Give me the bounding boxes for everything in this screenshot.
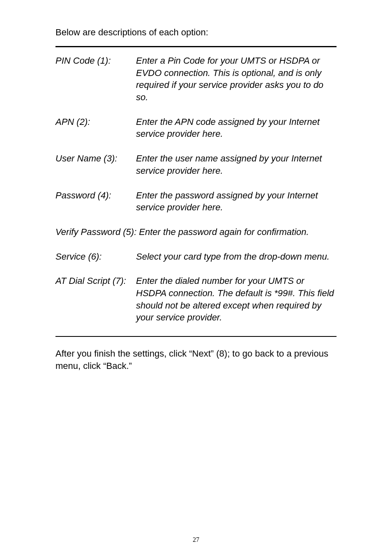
definition-label: Service (6): [55, 251, 136, 263]
definition-desc: Enter the dialed number for your UMTS or… [136, 275, 337, 324]
definition-label: Password (4): [55, 189, 136, 202]
definition-desc: Enter a Pin Code for your UMTS or HSDPA … [136, 55, 337, 104]
definition-label: User Name (3): [55, 152, 136, 165]
page: Below are descriptions of each option: P… [0, 0, 392, 555]
divider-top [55, 46, 337, 47]
definition-row: APN (2): Enter the APN code assigned by … [55, 116, 337, 140]
divider-bottom [55, 336, 337, 337]
outro-text: After you finish the settings, click “Ne… [55, 348, 337, 372]
page-number: 27 [0, 536, 392, 543]
definition-desc: Enter the user name assigned by your Int… [136, 152, 337, 177]
definition-label: PIN Code (1): [55, 55, 136, 67]
definition-row: AT Dial Script (7): Enter the dialed num… [55, 275, 337, 324]
intro-text: Below are descriptions of each option: [55, 27, 337, 38]
definition-desc: Enter the password assigned by your Inte… [136, 189, 337, 214]
definition-label: APN (2): [55, 116, 136, 128]
definition-label: AT Dial Script (7): [55, 275, 136, 287]
definition-desc: Select your card type from the drop-down… [136, 251, 337, 263]
definition-row: User Name (3): Enter the user name assig… [55, 152, 337, 177]
definition-row: Password (4): Enter the password assigne… [55, 189, 337, 214]
definition-row: PIN Code (1): Enter a Pin Code for your … [55, 55, 337, 104]
definition-row: Service (6): Select your card type from … [55, 251, 337, 263]
definition-desc: Enter the APN code assigned by your Inte… [136, 116, 337, 140]
definition-full-row: Verify Password (5): Enter the password … [55, 226, 337, 238]
